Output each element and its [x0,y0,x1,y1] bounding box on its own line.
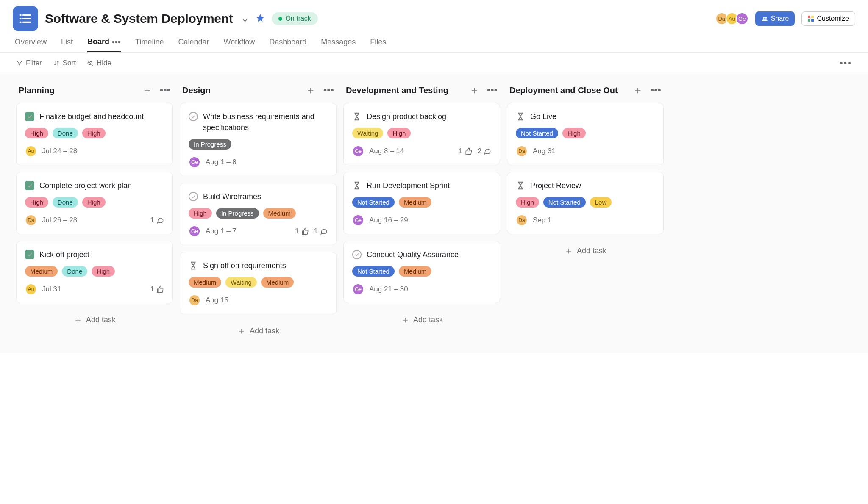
add-card-icon[interactable]: ＋ [142,85,152,95]
tab-dashboard[interactable]: Dashboard [269,37,306,52]
project-title[interactable]: Software & System Deployment [45,11,233,26]
tag[interactable]: Medium [263,208,296,219]
tab-board[interactable]: Board••• [87,37,121,52]
assignee-avatar[interactable]: Au [25,283,37,295]
tab-workflow[interactable]: Workflow [223,37,255,52]
assignee-avatar[interactable]: Ge [189,225,200,237]
task-card[interactable]: Finalize budget and headcountHighDoneHig… [16,103,173,165]
task-card[interactable]: Sign off on requirementsMediumWaitingMed… [180,252,337,314]
complete-check-icon[interactable] [25,181,34,190]
column-title[interactable]: Design [182,86,211,95]
tag[interactable]: Not Started [516,128,558,138]
complete-check-icon[interactable] [25,250,34,259]
tag[interactable]: Medium [189,277,221,288]
tag[interactable]: In Progress [189,139,231,150]
task-card[interactable]: Conduct Quality AssuranceNot StartedMedi… [343,241,500,303]
assignee-avatar[interactable]: Ge [352,214,364,226]
add-task-button[interactable]: ＋Add task [507,241,664,260]
tag[interactable]: Waiting [225,277,256,288]
complete-check-icon[interactable] [25,112,34,121]
comments-count[interactable]: 1 [314,227,328,235]
column-more-icon[interactable]: ••• [323,85,334,95]
tag[interactable]: In Progress [216,208,259,219]
tag[interactable]: High [387,128,411,138]
tag[interactable]: Done [53,128,78,138]
likes-count[interactable]: 1 [295,227,309,235]
assignee-avatar[interactable]: Ge [189,156,200,168]
chevron-down-icon[interactable]: ⌄ [241,13,249,24]
column-title[interactable]: Planning [19,86,54,95]
assignee-avatar[interactable]: Da [516,145,528,157]
hide-button[interactable]: Hide [87,59,111,67]
tag[interactable]: High [92,266,115,277]
check-icon[interactable] [189,192,198,201]
add-task-button[interactable]: ＋Add task [16,310,173,330]
tag[interactable]: Medium [399,197,431,208]
assignee-avatar[interactable]: Au [25,145,37,157]
hourglass-icon[interactable] [352,112,362,121]
hourglass-icon[interactable] [516,112,525,121]
hourglass-icon[interactable] [516,181,525,190]
tag[interactable]: High [189,208,212,219]
member-avatars[interactable]: DaAuGe [718,12,748,25]
more-menu-icon[interactable]: ••• [840,58,852,69]
column-title[interactable]: Development and Testing [346,86,448,95]
tag[interactable]: High [25,128,48,138]
tag[interactable]: Medium [25,266,58,277]
tab-messages[interactable]: Messages [321,37,356,52]
task-card[interactable]: Go LiveNot StartedHighDaAug 31 [507,103,664,165]
tag[interactable]: Not Started [543,197,586,208]
hourglass-icon[interactable] [189,261,198,270]
likes-count[interactable]: 1 [150,285,164,294]
task-card[interactable]: Kick off projectMediumDoneHighAuJul 311 [16,241,173,303]
comments-count[interactable]: 2 [478,147,491,155]
tag[interactable]: Not Started [352,197,395,208]
tag[interactable]: High [25,197,48,208]
tag[interactable]: Low [590,197,612,208]
avatar[interactable]: Ge [736,12,748,25]
hourglass-icon[interactable] [352,181,362,190]
task-card[interactable]: Write business requirements and specific… [180,103,337,176]
task-card[interactable]: Run Development SprintNot StartedMediumG… [343,172,500,234]
tag[interactable]: Waiting [352,128,383,138]
status-badge[interactable]: On track [272,12,317,25]
assignee-avatar[interactable]: Ge [352,145,364,157]
tab-list[interactable]: List [61,37,73,52]
tag[interactable]: High [82,197,106,208]
tag[interactable]: High [82,128,106,138]
column-more-icon[interactable]: ••• [487,85,498,95]
column-title[interactable]: Deployment and Close Out [509,86,618,95]
check-icon[interactable] [352,250,362,259]
tab-calendar[interactable]: Calendar [178,37,209,52]
add-card-icon[interactable]: ＋ [306,85,316,95]
tag[interactable]: Medium [261,277,294,288]
assignee-avatar[interactable]: Da [25,214,37,226]
tab-files[interactable]: Files [370,37,386,52]
assignee-avatar[interactable]: Da [516,214,528,226]
comments-count[interactable]: 1 [150,216,164,224]
tag[interactable]: High [516,197,539,208]
tag[interactable]: Done [53,197,78,208]
tag[interactable]: Not Started [352,266,395,277]
likes-count[interactable]: 1 [459,147,472,155]
add-card-icon[interactable]: ＋ [633,85,643,95]
share-button[interactable]: Share [755,11,795,26]
tab-overview[interactable]: Overview [15,37,47,52]
check-icon[interactable] [189,112,198,121]
sort-button[interactable]: Sort [53,59,76,67]
add-task-button[interactable]: ＋Add task [180,321,337,341]
task-card[interactable]: Complete project work planHighDoneHighDa… [16,172,173,234]
task-card[interactable]: Design product backlogWaitingHighGeAug 8… [343,103,500,165]
star-icon[interactable] [256,13,265,24]
tag[interactable]: High [562,128,586,138]
column-more-icon[interactable]: ••• [160,85,170,95]
customize-button[interactable]: Customize [801,11,855,26]
task-card[interactable]: Project ReviewHighNot StartedLowDaSep 1 [507,172,664,234]
tag[interactable]: Done [62,266,87,277]
tab-more-icon[interactable]: ••• [112,38,121,46]
add-task-button[interactable]: ＋Add task [343,310,500,330]
assignee-avatar[interactable]: Ge [352,283,364,295]
assignee-avatar[interactable]: Da [189,294,200,306]
task-card[interactable]: Build WireframesHighIn ProgressMediumGeA… [180,183,337,245]
column-more-icon[interactable]: ••• [651,85,661,95]
